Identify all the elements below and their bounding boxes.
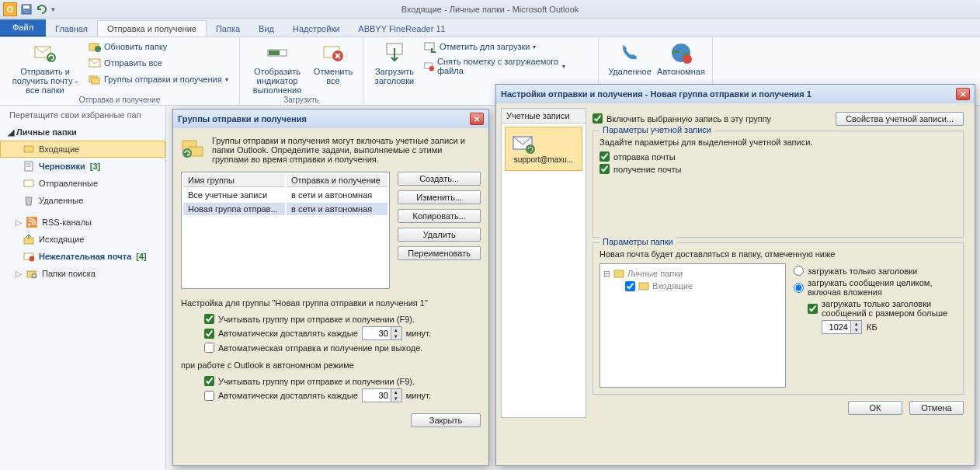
unmark-label: Снять пометку с загружаемого файла [437,57,559,75]
chk-send-mail[interactable]: отправка почты [599,151,957,162]
dialup-button[interactable]: Удаленное [605,39,655,78]
cancel-button[interactable]: Отмена [909,401,964,415]
folder-refresh-icon [89,40,101,53]
chk-auto-offline[interactable]: Автоматически доставлять каждые ▴▾ минут… [204,388,481,402]
chk-recv-label: получение почты [613,165,682,174]
chk-include-online[interactable]: Учитывать группу при отправке и получени… [204,314,481,324]
tree-inbox-checkbox[interactable] [625,281,635,291]
send-receive-groups-button[interactable]: Группы отправки и получения ▾ [85,71,233,87]
globe-icon [669,40,693,65]
tab-folder[interactable]: Папка [207,21,249,37]
inbox-icon [23,144,34,155]
offline-label: Автономная [657,67,705,76]
auto-interval-input[interactable] [363,328,391,339]
cancel-all-button[interactable]: Отменить все [310,39,356,87]
groups-listbox[interactable]: Имя группыОтправка и получение Все учетн… [181,172,390,289]
spin-up-icon[interactable]: ▴ [391,389,401,395]
send-all-button[interactable]: Отправить все [85,55,233,71]
close-button[interactable]: Закрыть [411,413,481,427]
copy-button[interactable]: Копировать... [398,209,481,223]
nav-inbox[interactable]: Входящие [0,141,165,158]
download-headers-button[interactable]: Загрузить заголовки [370,39,419,87]
nav-sent[interactable]: Отправленные [0,175,165,192]
nav-outbox[interactable]: Исходящие [0,231,165,248]
row1-name: Все учетные записи [183,189,285,201]
size-input[interactable] [822,322,850,332]
list-row[interactable]: Новая группа отправ...в сети и автономна… [183,203,387,215]
nav-rss[interactable]: ▷RSS-каналы [0,214,165,231]
tab-send-receive[interactable]: Отправка и получение [97,20,207,37]
drafts-label: Черновики [39,162,85,171]
size-unit: КБ [867,322,877,332]
tab-addins[interactable]: Надстройки [283,21,349,37]
fieldset-account-params: Параметры учетной записи Задайте парамет… [593,131,964,238]
qat-dropdown-icon[interactable]: ▾ [51,5,55,13]
groups-label: Группы отправки и получения [104,75,222,84]
send-receive-all-button[interactable]: Отправить и получить почту - все папки [6,39,84,96]
spin-down-icon[interactable]: ▾ [391,333,401,339]
ok-button[interactable]: ОК [848,401,902,415]
chk-include-account[interactable]: Включить выбранную запись в эту группу [593,113,771,124]
chk-include-offline[interactable]: Учитывать группу при отправке и получени… [204,376,481,386]
svg-point-31 [182,148,192,158]
rename-button[interactable]: Переименовать [398,246,481,260]
tab-abbyy[interactable]: ABBYY FineReader 11 [349,21,454,37]
ribbon-group-download: Отобразить индикатор выполнения Отменить… [240,37,363,105]
spin-down-icon[interactable]: ▾ [850,327,861,333]
auto-interval-spinner-offline[interactable]: ▴▾ [362,388,402,402]
phone-icon [617,40,642,65]
fs-account-legend: Параметры учетной записи [599,125,714,134]
outlook-icon[interactable]: O [3,2,17,16]
dialog1-title: Группы отправки и получения [178,114,307,124]
edit-button[interactable]: Изменить... [398,190,481,204]
size-spinner[interactable]: ▴▾ [822,320,862,334]
auto-interval-spinner[interactable]: ▴▾ [362,326,402,340]
new-button[interactable]: Создать... [398,172,481,186]
dialog1-close-button[interactable]: ✕ [470,113,484,125]
svg-point-16 [429,66,435,71]
show-progress-label: Отобразить индикатор выполнения [248,67,307,95]
svg-rect-19 [24,146,33,152]
account-name: support@maxu... [512,155,575,164]
spin-up-icon[interactable]: ▴ [391,327,401,333]
account-properties-button[interactable]: Свойства учетной записи... [836,112,964,126]
chk-auto-online[interactable]: Автоматически доставлять каждые ▴▾ минут… [204,326,481,340]
tab-view[interactable]: Вид [249,21,283,37]
folder-tree[interactable]: ⊟Личные папки Входящие [599,263,786,388]
tab-file[interactable]: Файл [0,19,46,37]
account-node[interactable]: ◢ Личные папки [0,124,165,141]
undo-icon[interactable] [36,3,48,16]
update-folder-button[interactable]: Обновить папку [85,39,233,54]
list-row[interactable]: Все учетные записив сети и автономная [183,189,387,201]
offline-button[interactable]: Автономная [656,39,706,78]
dialog2-close-button[interactable]: ✕ [956,88,970,100]
account-item[interactable]: support@maxu... [505,127,582,171]
nav-deleted[interactable]: Удаленные [0,192,165,209]
nav-junk[interactable]: Нежелательная почта [4] [0,248,165,265]
save-icon[interactable] [20,3,33,16]
show-progress-button[interactable]: Отобразить индикатор выполнения [246,39,308,96]
svg-point-5 [95,46,101,52]
chk-auto2-label: Автоматически доставлять каждые [218,391,358,400]
auto-interval2-input[interactable] [363,390,391,401]
radio-full-items[interactable]: загружать сообщения целиком, включая вло… [794,278,957,297]
chk-exit[interactable]: Автоматическая отправка и получение при … [204,343,481,353]
unmark-button[interactable]: Снять пометку с загружаемого файла ▾ [421,55,568,77]
quick-access-toolbar: O ▾ [3,2,55,16]
spin-up-icon[interactable]: ▴ [850,321,861,327]
chk-receive-mail[interactable]: получение почты [599,164,957,174]
junk-count: [4] [136,252,146,261]
tree-root[interactable]: ⊟Личные папки [603,267,782,280]
svg-point-33 [526,144,535,154]
delete-button[interactable]: Удалить [398,228,481,242]
mark-download-button[interactable]: Отметить для загрузки ▾ [421,39,568,54]
chk-headers-big[interactable]: загружать только заголовки сообщений с р… [808,299,957,318]
spin-down-icon[interactable]: ▾ [391,395,401,402]
radio-headers-only[interactable]: загружать только заголовки [794,266,957,276]
tree-inbox[interactable]: Входящие [603,280,782,292]
chk-auto-label: Автоматически доставлять каждые [218,329,358,338]
tab-home[interactable]: Главная [46,21,97,37]
nav-search-folders[interactable]: ▷Папки поиска [0,265,165,282]
accounts-pane: Учетные записи support@maxu... [501,108,586,418]
nav-drafts[interactable]: Черновики [3] [0,158,165,175]
